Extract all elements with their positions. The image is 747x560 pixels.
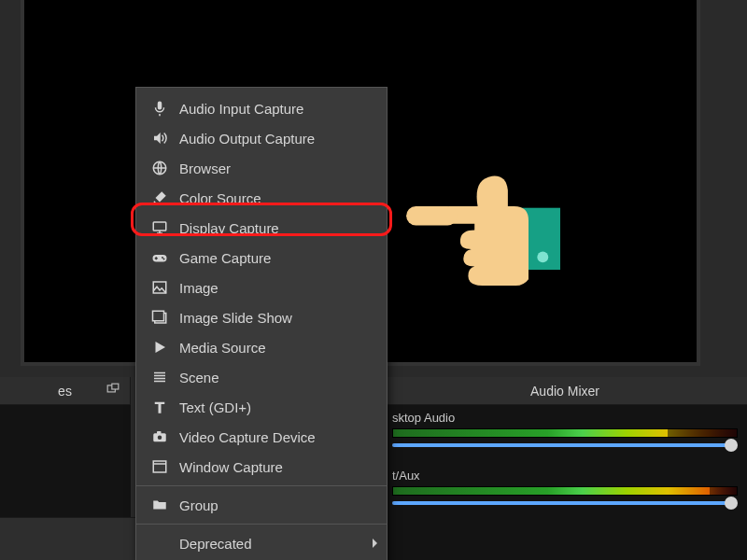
mic-icon — [149, 100, 170, 117]
source-menu-item[interactable]: Browser — [136, 153, 387, 183]
scenes-panel: es — [0, 377, 131, 560]
scenes-list[interactable] — [0, 405, 131, 517]
source-menu-item[interactable]: Window Capture — [136, 452, 387, 482]
menu-item-label: Audio Input Capture — [179, 101, 303, 117]
volume-meter — [392, 428, 738, 438]
menu-item-label: Group — [179, 497, 218, 513]
menu-item-label: Video Capture Device — [179, 429, 316, 445]
source-menu-item[interactable]: Media Source — [136, 332, 387, 362]
menu-item-label: Audio Output Capture — [179, 131, 315, 147]
add-source-context-menu: Audio Input CaptureAudio Output CaptureB… — [135, 87, 388, 560]
window-icon — [149, 458, 170, 475]
source-menu-item[interactable]: Video Capture Device — [136, 422, 387, 452]
mixer-header-label: Audio Mixer — [530, 384, 599, 399]
scenes-header-label: es — [58, 384, 72, 399]
submenu-arrow-icon — [373, 539, 377, 548]
mixer-channel: sktop Audio — [383, 405, 747, 463]
slideshow-icon — [149, 309, 170, 326]
source-menu-item[interactable]: Image — [136, 273, 387, 302]
app-window: es Audio Mixer — [0, 0, 747, 560]
menu-item-label: Media Source — [179, 340, 266, 356]
play-icon — [149, 339, 170, 356]
source-menu-item[interactable]: Color Source — [136, 183, 387, 213]
menu-item-label: Scene — [179, 370, 219, 385]
source-menu-item[interactable]: Audio Input Capture — [136, 93, 387, 123]
audio-mixer-panel: Audio Mixer sktop Audio t/Aux — [383, 377, 747, 560]
speaker-icon — [149, 130, 170, 147]
mixer-channel-label: sktop Audio — [392, 411, 738, 425]
source-menu-item[interactable]: Image Slide Show — [136, 302, 387, 332]
monitor-icon — [149, 219, 170, 236]
scene-icon — [149, 369, 170, 385]
mixer-channel: t/Aux — [383, 463, 747, 521]
text-icon — [149, 399, 170, 415]
mixer-channel-label: t/Aux — [392, 469, 738, 483]
volume-slider[interactable] — [392, 443, 738, 447]
volume-meter — [392, 486, 738, 496]
source-menu-item[interactable]: Text (GDI+) — [136, 392, 387, 422]
scenes-header: es — [0, 377, 130, 405]
source-menu-item[interactable]: Audio Output Capture — [136, 123, 387, 153]
menu-item-label: Image — [179, 280, 218, 296]
menu-item-label: Display Capture — [179, 220, 279, 236]
brush-icon — [149, 189, 170, 206]
menu-item-label: Window Capture — [179, 459, 283, 475]
source-menu-item[interactable]: Display Capture — [136, 213, 387, 243]
source-menu-item-group[interactable]: Group — [136, 490, 387, 520]
folder-icon — [149, 497, 170, 513]
menu-item-label: Browser — [179, 161, 231, 176]
scenes-footer — [0, 517, 131, 560]
volume-slider[interactable] — [392, 501, 738, 505]
source-menu-item[interactable]: Scene — [136, 362, 387, 392]
menu-item-label: Color Source — [179, 190, 261, 206]
mixer-body: sktop Audio t/Aux — [383, 405, 747, 560]
menu-item-label: Text (GDI+) — [179, 399, 251, 415]
camera-icon — [149, 428, 170, 445]
menu-separator — [136, 524, 387, 525]
mixer-header: Audio Mixer — [383, 377, 747, 405]
menu-item-label: Deprecated — [179, 536, 252, 552]
panel-popout-icon[interactable] — [104, 382, 122, 400]
menu-item-label: Game Capture — [179, 250, 271, 266]
image-icon — [149, 279, 170, 296]
menu-separator — [136, 485, 387, 486]
menu-item-label: Image Slide Show — [179, 310, 292, 326]
source-menu-item-deprecated[interactable]: Deprecated — [136, 528, 387, 558]
svg-rect-1 — [112, 384, 119, 389]
gamepad-icon — [149, 249, 170, 266]
source-menu-item[interactable]: Game Capture — [136, 243, 387, 273]
globe-icon — [149, 160, 170, 176]
